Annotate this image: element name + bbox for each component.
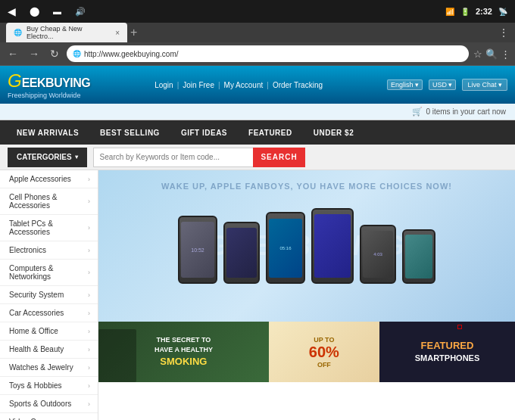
url-text: http://www.geekbuying.com/ (84, 50, 179, 58)
battery-icon: 🔋 (460, 8, 470, 16)
browser-back-button[interactable]: ← (5, 46, 21, 61)
nav-new-arrivals[interactable]: NEW ARRIVALS (6, 120, 89, 145)
new-tab-button[interactable]: + (130, 26, 137, 39)
main-content: GEEKBUYING WAKE UP, APPLE FANBOYS, YOU H… (98, 170, 515, 420)
arrow-icon: › (88, 364, 90, 372)
sidebar-item-cellphones[interactable]: Cell Phones & Accessories › (0, 188, 98, 215)
website-content: G EEKBUYING Freeshipping Worldwide Login… (0, 66, 515, 420)
search-icon[interactable]: 🔍 (485, 48, 498, 60)
sidebar-item-electronics[interactable]: Electronics › (0, 241, 98, 260)
home-icon[interactable]: ⬤ (30, 6, 39, 17)
arrow-icon: › (88, 269, 90, 276)
arrow-icon: › (88, 291, 90, 299)
browser-toolbar: ← → ↻ 🌐 http://www.geekbuying.com/ ☆ 🔍 ⋮ (0, 42, 515, 65)
hero-banner[interactable]: GEEKBUYING WAKE UP, APPLE FANBOYS, YOU H… (98, 170, 515, 322)
tab-close-btn[interactable]: × (115, 29, 120, 37)
chevron-down-icon: ▾ (75, 154, 78, 160)
nav-gift-ideas[interactable]: GIFT IDEAS (170, 120, 238, 145)
join-free-link[interactable]: Join Free (183, 81, 214, 89)
back-icon[interactable]: ◀ (8, 5, 16, 17)
arrow-icon: › (88, 198, 90, 205)
currency-selector[interactable]: USD ▾ (429, 79, 457, 90)
browser-icons-right: ☆ 🔍 ⋮ (473, 48, 510, 60)
language-selector[interactable]: English ▾ (387, 79, 423, 90)
arrow-icon: › (88, 176, 90, 183)
arrow-icon: › (88, 346, 90, 353)
nav-under-2[interactable]: UNDER $2 (303, 120, 364, 145)
signal-icon: 📶 (445, 8, 454, 16)
site-header: G EEKBUYING Freeshipping Worldwide Login… (0, 66, 515, 104)
login-link[interactable]: Login (154, 81, 173, 89)
sidebar-item-car[interactable]: Car Accessories › (0, 304, 98, 322)
browser-reload-button[interactable]: ↻ (47, 46, 62, 61)
sidebar-item-tablets[interactable]: Tablet PCs & Accessories › (0, 215, 98, 241)
sidebar-item-watches[interactable]: Watches & Jewelry › (0, 359, 98, 377)
arrow-icon: › (88, 400, 90, 408)
sidebar-item-home[interactable]: Home & Office › (0, 322, 98, 341)
logo-tagline: Freeshipping Worldwide (8, 92, 90, 99)
order-tracking-link[interactable]: Order Tracking (273, 81, 323, 89)
sidebar-item-security[interactable]: Security System › (0, 286, 98, 304)
my-account-link[interactable]: My Account (224, 81, 264, 89)
arrow-icon: › (88, 328, 90, 335)
recents-icon[interactable]: ▬ (53, 7, 61, 16)
phone-3: 05:16 (266, 212, 305, 284)
browser-chrome: 🌐 Buy Cheap & New Electro... × + ⋮ ← → ↻… (0, 23, 515, 66)
status-time: 2:32 (476, 7, 492, 16)
categories-button[interactable]: CATERGORIES ▾ (8, 148, 87, 167)
tab-title: Buy Cheap & New Electro... (27, 25, 111, 40)
lock-icon: 🌐 (73, 50, 81, 58)
sidebar-item-sports[interactable]: Sports & Outdoors › (0, 395, 98, 413)
android-status-bar: ◀ ⬤ ▬ 🔊 📶 🔋 2:32 📡 (0, 0, 515, 23)
sidebar-item-apple[interactable]: Apple Accessories › (0, 170, 98, 188)
featured-title: FEATURED SMARTPHONES (415, 339, 480, 365)
browser-forward-button[interactable]: → (26, 46, 42, 61)
android-status-right: 📶 🔋 2:32 📡 (445, 7, 507, 16)
sidebar-item-toys[interactable]: Toys & Hobbies › (0, 377, 98, 395)
search-button[interactable]: SEARCH (253, 148, 304, 167)
browser-menu-dots[interactable]: ⋮ (501, 48, 510, 60)
content-area: Apple Accessories › Cell Phones & Access… (0, 170, 515, 420)
phone-6 (402, 229, 435, 284)
sidebar-item-computers[interactable]: Computers & Networkings › (0, 260, 98, 286)
android-nav-icons[interactable]: ◀ ⬤ ▬ 🔊 (8, 5, 86, 17)
banner-middle[interactable]: UP TO 60% OFF (269, 322, 379, 382)
address-bar[interactable]: 🌐 http://www.geekbuying.com/ (67, 45, 469, 62)
search-input-wrap: SEARCH (93, 148, 305, 167)
sidebar: Apple Accessories › Cell Phones & Access… (0, 170, 98, 420)
banner-right[interactable]: FEATURED SMARTPHONES (379, 322, 515, 382)
cart-text: 0 items in your cart now (426, 107, 506, 116)
arrow-icon: › (88, 382, 90, 390)
search-bar: CATERGORIES ▾ SEARCH (0, 145, 515, 170)
sidebar-item-games[interactable]: Video Games › (0, 413, 98, 420)
arrow-icon: › (88, 310, 90, 317)
nav-featured[interactable]: FEATURED (238, 120, 303, 145)
browser-tab-active[interactable]: 🌐 Buy Cheap & New Electro... × (6, 23, 127, 42)
logo-g: G (8, 70, 22, 92)
arrow-icon: › (88, 247, 90, 254)
tab-favicon: 🌐 (14, 29, 22, 36)
bottom-banners: THE SECRET TO HAVE A HEALTHY SMOKING UP … (98, 322, 515, 382)
bookmark-icon[interactable]: ☆ (473, 48, 482, 60)
browser-tabs: 🌐 Buy Cheap & New Electro... × + ⋮ (0, 23, 515, 42)
search-input[interactable] (93, 148, 254, 167)
sidebar-item-health[interactable]: Health & Beauty › (0, 341, 98, 359)
logo-area[interactable]: G EEKBUYING Freeshipping Worldwide (8, 70, 90, 99)
logo: G EEKBUYING (8, 70, 90, 92)
phone-5: 4:03 (360, 225, 396, 284)
arrow-icon: › (88, 224, 90, 232)
hero-slogan: WAKE UP, APPLE FANBOYS, YOU HAVE MORE CH… (98, 182, 515, 191)
phone-1: 10:52 (178, 216, 217, 284)
nav-best-selling[interactable]: BEST SELLING (89, 120, 170, 145)
top-nav-links: Login | Join Free | My Account | Order T… (154, 81, 323, 89)
cart-bar: 🛒 0 items in your cart now (0, 104, 515, 120)
logo-text: EEKBUYING (22, 76, 91, 90)
banner-left-text: THE SECRET TO HAVE A HEALTHY SMOKING (154, 335, 213, 368)
cart-icon: 🛒 (412, 107, 423, 117)
live-chat-button[interactable]: Live Chat ▾ (462, 79, 507, 91)
browser-menu-icon[interactable]: ⋮ (498, 26, 509, 39)
speaker-icon[interactable]: 🔊 (75, 7, 86, 17)
phone-4 (311, 208, 354, 284)
top-right-controls: English ▾ USD ▾ Live Chat ▾ (387, 79, 507, 91)
banner-left[interactable]: THE SECRET TO HAVE A HEALTHY SMOKING (98, 322, 269, 382)
